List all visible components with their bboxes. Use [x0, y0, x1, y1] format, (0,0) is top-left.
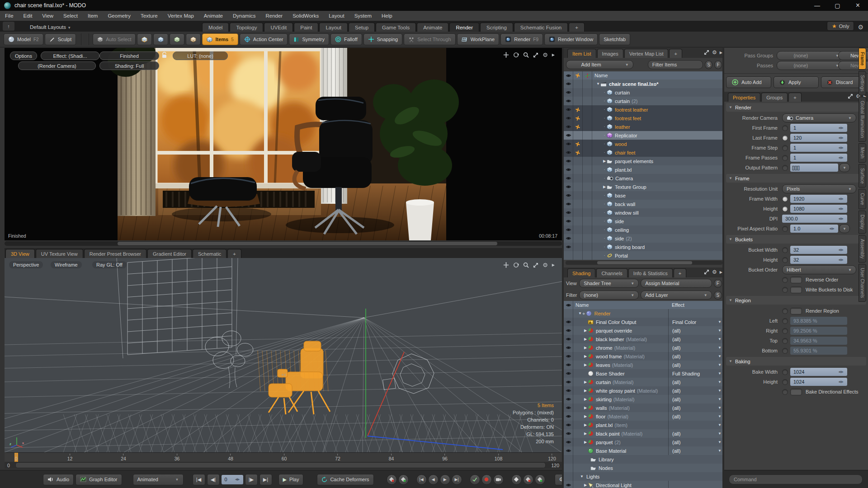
- animated-dropdown[interactable]: Animated▼: [133, 474, 184, 485]
- vertical-tab-display[interactable]: Display: [859, 211, 866, 234]
- visibility-toggle[interactable]: [564, 88, 573, 97]
- shader-row-chrome[interactable]: ▶chrome(Material)(all)▼: [564, 343, 724, 352]
- menu-item[interactable]: Item: [83, 11, 103, 21]
- item-list-hscrollbar[interactable]: [566, 261, 722, 265]
- visibility-toggle[interactable]: [564, 234, 573, 243]
- expand-arrow-icon[interactable]: ▶: [583, 380, 588, 384]
- eye-icon[interactable]: [566, 150, 571, 155]
- eye-icon[interactable]: [566, 202, 571, 206]
- channel-dot[interactable]: [782, 338, 788, 344]
- effect-cell[interactable]: (all)▼: [668, 352, 724, 361]
- render-camera-dropdown[interactable]: (Render Camera): [18, 61, 96, 70]
- eye-icon[interactable]: [566, 440, 571, 445]
- eye-icon[interactable]: [566, 319, 571, 324]
- channel-dot[interactable]: [782, 257, 788, 263]
- shader-row-black-leather[interactable]: ▶black leather(Material)(all)▼: [564, 335, 724, 343]
- eye-icon[interactable]: [566, 193, 571, 198]
- render-flag-cell[interactable]: [583, 148, 592, 157]
- visibility-toggle[interactable]: [564, 165, 573, 174]
- effect-cell[interactable]: (all)▼: [668, 326, 724, 335]
- shading-tab--[interactable]: +: [674, 268, 686, 277]
- visibility-toggle[interactable]: [564, 208, 573, 217]
- input-frame-passes[interactable]: 1◀▶: [790, 154, 847, 162]
- render-options-button[interactable]: Options: [10, 52, 37, 60]
- visibility-toggle[interactable]: [564, 251, 573, 260]
- viewport-tab-gradient-editor[interactable]: Gradient Editor: [147, 249, 192, 258]
- eye-icon[interactable]: [566, 414, 571, 419]
- flag-cell[interactable]: [573, 225, 583, 234]
- eye-icon[interactable]: [566, 133, 571, 138]
- expand-arrow-icon[interactable]: ▶: [602, 185, 607, 189]
- close-button[interactable]: ×: [848, 0, 868, 11]
- item-list-tab-images[interactable]: Images: [597, 49, 623, 58]
- render-flag-cell[interactable]: [583, 165, 592, 174]
- render-flag-cell[interactable]: [583, 131, 592, 140]
- shader-row-walls[interactable]: ▶walls(Material)(all)▼: [564, 404, 724, 412]
- capture-button[interactable]: [493, 474, 504, 485]
- toolbar-workplane-button[interactable]: WorkPlane: [457, 33, 500, 45]
- panel-splitter[interactable]: [722, 48, 724, 488]
- previous-frame-button[interactable]: ◀|: [207, 474, 220, 485]
- render-flag-cell[interactable]: [583, 174, 592, 183]
- only-filter-button[interactable]: ★ Only: [827, 21, 854, 31]
- assign-material-button[interactable]: Assign Material: [641, 279, 712, 288]
- effect-dropdown-icon[interactable]: ▼: [718, 406, 722, 410]
- toolbar-items-button[interactable]: Items5: [202, 33, 238, 45]
- effect-cell[interactable]: (all)▼: [668, 412, 724, 421]
- flag-cell[interactable]: [573, 148, 583, 157]
- item-row-side[interactable]: ·side(2): [564, 234, 724, 243]
- toolbar-model-button[interactable]: ModelF2: [4, 33, 43, 45]
- toolbar-falloff-button[interactable]: Falloff: [330, 33, 362, 45]
- visibility-toggle[interactable]: [564, 404, 573, 412]
- render-flag-cell[interactable]: [583, 140, 592, 148]
- toolbar-auto-select-button[interactable]: Auto Select: [93, 33, 136, 45]
- toolbar-cube-items-button[interactable]: [186, 33, 201, 45]
- channel-dot[interactable]: [782, 206, 788, 212]
- item-row-chair-scene-final-lxo-[interactable]: ▼chair scene final.lxo*: [564, 80, 724, 88]
- visibility-toggle[interactable]: [564, 429, 573, 438]
- flag-cell[interactable]: [573, 208, 583, 217]
- input-first-frame[interactable]: 1◀▶: [790, 124, 847, 132]
- key-options-button[interactable]: [535, 474, 545, 485]
- scrollbar-thumb[interactable]: [118, 242, 497, 245]
- item-row-portal[interactable]: ·Portal: [564, 251, 724, 260]
- input-frame-step[interactable]: 1◀▶: [790, 144, 847, 152]
- item-row-footrest-leather[interactable]: ·footrest leather: [564, 105, 724, 114]
- item-row-plant-lxl[interactable]: ·plant.lxl: [564, 165, 724, 174]
- visibility-toggle[interactable]: [564, 243, 573, 251]
- layout-tab-animate[interactable]: Animate: [417, 23, 448, 32]
- eye-icon[interactable]: [566, 483, 571, 488]
- render-flag-cell[interactable]: [583, 200, 592, 208]
- visibility-toggle[interactable]: [564, 335, 573, 343]
- minimize-button[interactable]: —: [807, 0, 827, 11]
- eye-icon[interactable]: [566, 99, 571, 103]
- effect-cell[interactable]: (all)▼: [668, 386, 724, 395]
- viewport-menu-icon[interactable]: ▶: [552, 263, 555, 267]
- shader-row-parquet-override[interactable]: ▶parquet override(all)▼: [564, 326, 724, 335]
- next-frame-button[interactable]: |▶: [245, 474, 258, 485]
- shader-row-library[interactable]: Library: [564, 455, 724, 464]
- flag-cell[interactable]: [573, 251, 583, 260]
- commit-key-button[interactable]: [470, 474, 480, 485]
- menu-file[interactable]: File: [0, 11, 19, 21]
- input-dpi[interactable]: 300.0◀▶: [782, 215, 847, 223]
- checkbox-reverse-order[interactable]: [790, 277, 802, 283]
- visibility-toggle[interactable]: [564, 352, 573, 361]
- checkbox-write-buckets-to-disk[interactable]: [790, 286, 802, 293]
- expand-arrow-icon[interactable]: ▶: [602, 159, 607, 163]
- render-flag-cell[interactable]: [583, 114, 592, 122]
- vertical-tab-assembly[interactable]: Assembly: [859, 235, 866, 263]
- range-groove[interactable]: [15, 462, 546, 468]
- item-row-base[interactable]: ·base: [564, 191, 724, 200]
- expand-arrow-icon[interactable]: ▶: [583, 346, 588, 350]
- render-flag-cell[interactable]: [583, 88, 592, 97]
- menu-edit[interactable]: Edit: [19, 11, 38, 21]
- menu-layout[interactable]: Layout: [324, 11, 349, 21]
- visibility-toggle[interactable]: [564, 472, 573, 481]
- channel-dot[interactable]: [782, 155, 788, 161]
- shader-row-render[interactable]: ▼+Render: [564, 309, 724, 318]
- menu-system[interactable]: System: [349, 11, 377, 21]
- toolbar-symmetry-button[interactable]: Symmetry: [289, 33, 329, 45]
- layout-gear-icon[interactable]: ⚙: [858, 23, 863, 31]
- s-button[interactable]: S: [714, 291, 722, 300]
